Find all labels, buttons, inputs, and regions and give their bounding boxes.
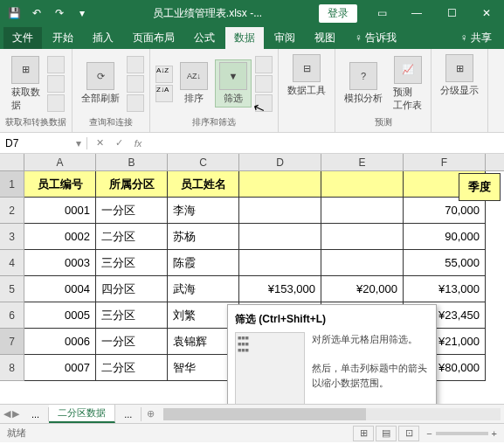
cell[interactable]: 四分区 bbox=[96, 276, 168, 302]
cell[interactable] bbox=[321, 250, 404, 276]
sort-za-icon[interactable]: Z↓A bbox=[155, 85, 173, 102]
sheet-tab-active[interactable]: 二分区数据 bbox=[49, 405, 115, 423]
edit-links-icon[interactable] bbox=[127, 94, 144, 112]
tab-formulas[interactable]: 公式 bbox=[185, 27, 224, 49]
cell[interactable]: 0001 bbox=[24, 198, 96, 224]
outline-button[interactable]: ⊞ 分级显示 bbox=[437, 52, 482, 99]
close-icon[interactable]: ✕ bbox=[469, 0, 504, 26]
share-button[interactable]: ♀ 共享 bbox=[452, 27, 501, 49]
from-web-icon[interactable] bbox=[47, 75, 65, 93]
tab-view[interactable]: 视图 bbox=[306, 27, 344, 49]
cell[interactable]: ¥20,000 bbox=[321, 276, 404, 302]
cancel-icon[interactable]: ✕ bbox=[91, 135, 108, 152]
queries-icon[interactable] bbox=[127, 56, 144, 73]
cell[interactable]: 陈霞 bbox=[168, 250, 239, 276]
properties-icon[interactable] bbox=[127, 75, 144, 93]
cell[interactable]: 一分区 bbox=[96, 329, 168, 355]
zoom-out-icon[interactable]: − bbox=[426, 428, 432, 439]
tab-data[interactable]: 数据 bbox=[225, 27, 264, 49]
cell[interactable]: 0002 bbox=[24, 224, 96, 250]
row-header[interactable]: 2 bbox=[0, 198, 24, 224]
tab-file[interactable]: 文件 bbox=[3, 27, 42, 49]
from-text-icon[interactable] bbox=[47, 56, 65, 73]
undo-icon[interactable]: ↶ bbox=[26, 3, 47, 24]
tab-tell-me[interactable]: ♀ 告诉我 bbox=[346, 27, 405, 49]
cell[interactable]: 所属分区 bbox=[96, 171, 168, 198]
row-header[interactable]: 1 bbox=[0, 171, 24, 198]
cell[interactable] bbox=[239, 171, 321, 198]
cell[interactable]: 员工编号 bbox=[24, 171, 96, 198]
col-header[interactable]: C bbox=[168, 154, 239, 170]
minimize-icon[interactable]: — bbox=[399, 0, 434, 26]
cell[interactable] bbox=[239, 224, 321, 250]
cell[interactable]: ¥153,000 bbox=[239, 276, 321, 302]
cell[interactable]: 0007 bbox=[24, 355, 96, 381]
col-header[interactable]: E bbox=[321, 154, 404, 170]
cell[interactable]: 苏杨 bbox=[168, 224, 239, 250]
row-header[interactable]: 6 bbox=[0, 302, 24, 329]
cell[interactable]: 员工姓名 bbox=[168, 171, 239, 198]
select-all-corner[interactable] bbox=[0, 154, 24, 170]
tab-review[interactable]: 审阅 bbox=[266, 27, 304, 49]
cell[interactable]: 三分区 bbox=[96, 302, 168, 329]
col-header[interactable]: B bbox=[96, 154, 168, 170]
cell[interactable]: 55,000 bbox=[404, 250, 486, 276]
cell[interactable]: 三分区 bbox=[96, 250, 168, 276]
cell[interactable] bbox=[321, 224, 404, 250]
normal-view-icon[interactable]: ⊞ bbox=[353, 426, 374, 441]
cell[interactable]: 0004 bbox=[24, 276, 96, 302]
clear-icon[interactable] bbox=[255, 56, 273, 73]
header-cell-quarter[interactable]: 季度 bbox=[459, 173, 501, 201]
cell[interactable] bbox=[321, 198, 404, 224]
cell[interactable]: 0006 bbox=[24, 329, 96, 355]
cell[interactable]: 二分区 bbox=[96, 224, 168, 250]
cell[interactable] bbox=[239, 250, 321, 276]
tab-page-layout[interactable]: 页面布局 bbox=[124, 27, 183, 49]
login-button[interactable]: 登录 bbox=[319, 4, 357, 23]
cell[interactable]: 二分区 bbox=[96, 355, 168, 381]
whatif-button[interactable]: ? 模拟分析 bbox=[341, 60, 386, 107]
enter-icon[interactable]: ✓ bbox=[110, 135, 128, 152]
save-icon[interactable]: 💾 bbox=[3, 3, 24, 24]
maximize-icon[interactable]: ☐ bbox=[434, 0, 469, 26]
qat-more-icon[interactable]: ▾ bbox=[72, 3, 93, 24]
scroll-thumb[interactable] bbox=[163, 408, 365, 420]
ribbon-options-icon[interactable]: ▭ bbox=[364, 0, 399, 26]
fx-icon[interactable]: fx bbox=[129, 135, 147, 152]
col-header[interactable]: F bbox=[404, 154, 486, 170]
row-header[interactable]: 3 bbox=[0, 224, 24, 250]
cell[interactable]: 90,000 bbox=[404, 224, 486, 250]
horizontal-scrollbar[interactable] bbox=[163, 408, 501, 420]
sheet-nav-prev-icon[interactable]: ◀ bbox=[3, 408, 10, 420]
zoom-slider[interactable] bbox=[436, 432, 488, 435]
sheet-nav-next-icon[interactable]: ▶ bbox=[12, 408, 19, 420]
cell[interactable]: 0003 bbox=[24, 250, 96, 276]
add-sheet-icon[interactable]: ⊕ bbox=[142, 408, 160, 420]
row-header[interactable]: 8 bbox=[0, 355, 24, 381]
tab-insert[interactable]: 插入 bbox=[84, 27, 122, 49]
sheet-tab[interactable]: ... bbox=[23, 407, 49, 421]
forecast-button[interactable]: 📈 预测 工作表 bbox=[390, 54, 425, 114]
page-layout-icon[interactable]: ▤ bbox=[376, 426, 397, 441]
sort-az-icon[interactable]: A↓Z bbox=[155, 66, 173, 83]
get-data-button[interactable]: ⊞ 获取数 据 bbox=[8, 54, 44, 114]
from-table-icon[interactable] bbox=[47, 94, 65, 112]
col-header[interactable]: D bbox=[239, 154, 321, 170]
cell[interactable]: 武海 bbox=[168, 276, 239, 302]
row-header[interactable]: 7 bbox=[0, 329, 24, 355]
tab-home[interactable]: 开始 bbox=[44, 27, 82, 49]
row-header[interactable]: 5 bbox=[0, 276, 24, 302]
name-box[interactable]: D7 ▾ bbox=[0, 137, 87, 149]
sort-button[interactable]: AZ↓ 排序 bbox=[176, 60, 211, 107]
reapply-icon[interactable] bbox=[255, 75, 273, 93]
cell[interactable] bbox=[321, 171, 404, 198]
cell[interactable]: 李海 bbox=[168, 198, 239, 224]
data-tools-button[interactable]: ⊟ 数据工具 bbox=[284, 52, 329, 99]
cell[interactable]: 70,000 bbox=[404, 198, 486, 224]
cell[interactable]: 一分区 bbox=[96, 198, 168, 224]
redo-icon[interactable]: ↷ bbox=[49, 3, 70, 24]
cell[interactable]: 0005 bbox=[24, 302, 96, 329]
refresh-all-button[interactable]: ⟳ 全部刷新 bbox=[78, 60, 123, 107]
cell[interactable] bbox=[239, 198, 321, 224]
zoom-in-icon[interactable]: + bbox=[492, 428, 497, 439]
